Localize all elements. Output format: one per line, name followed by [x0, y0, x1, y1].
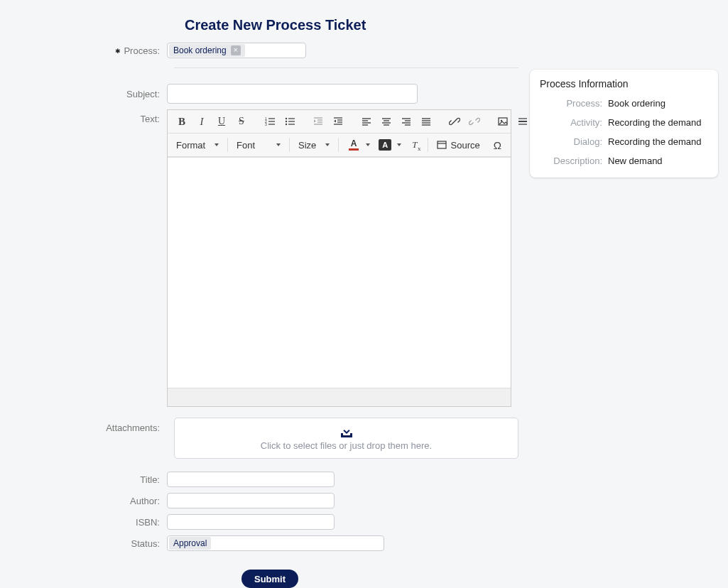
info-activity-value: Recording the demand	[608, 117, 708, 128]
chevron-down-icon	[366, 143, 370, 146]
svg-text:1: 1	[265, 116, 267, 121]
svg-rect-44	[438, 141, 446, 148]
subject-label: Subject:	[0, 89, 167, 99]
link-icon	[449, 116, 460, 127]
submit-label: Submit	[254, 574, 286, 584]
editor-statusbar	[168, 388, 511, 406]
status-select[interactable]: Approval	[167, 535, 384, 551]
info-heading: Process Information	[540, 78, 708, 89]
image-icon	[497, 116, 509, 127]
strike-button[interactable]: S	[233, 113, 250, 130]
chevron-down-icon	[325, 143, 330, 146]
process-chip: Book ordering ×	[169, 44, 245, 57]
title-input[interactable]	[167, 472, 335, 487]
font-label: Font	[237, 140, 255, 151]
text-label: Text:	[0, 109, 167, 124]
format-dropdown[interactable]: Format	[172, 136, 223, 153]
author-label: Author:	[0, 496, 167, 506]
status-chip-label: Approval	[173, 538, 207, 548]
chevron-down-icon	[214, 143, 219, 146]
font-dropdown[interactable]: Font	[232, 136, 285, 153]
underline-button[interactable]: U	[213, 113, 230, 130]
chevron-down-icon	[276, 143, 281, 146]
isbn-label: ISBN:	[0, 517, 167, 528]
size-label: Size	[298, 140, 316, 151]
size-dropdown[interactable]: Size	[294, 136, 334, 153]
align-left-button[interactable]	[358, 113, 375, 130]
submit-button[interactable]: Submit	[241, 570, 298, 588]
svg-marker-16	[314, 120, 316, 123]
info-dialog-label: Dialog:	[540, 136, 608, 147]
info-description-value: New demand	[608, 156, 708, 166]
outdent-icon	[313, 116, 324, 127]
svg-text:2: 2	[265, 119, 267, 124]
subject-input[interactable]	[167, 84, 418, 104]
info-activity-label: Activity:	[540, 117, 608, 128]
horizontal-rule-button[interactable]	[514, 113, 531, 130]
process-ticket-form: Process: Book ordering × Subject: Text: …	[0, 43, 518, 588]
status-label: Status:	[0, 538, 167, 549]
status-chip: Approval	[169, 537, 211, 550]
info-process-label: Process:	[540, 98, 608, 109]
process-chip-label: Book ordering	[173, 45, 227, 55]
info-dialog-value: Recording the demand	[608, 136, 708, 147]
process-select[interactable]: Book ordering ×	[167, 43, 306, 58]
link-button[interactable]	[446, 113, 463, 130]
rich-text-editor: B I U S 123	[167, 109, 511, 407]
dropzone-hint: Click to select files or just drop them …	[261, 440, 432, 451]
align-center-icon	[381, 116, 392, 127]
align-right-button[interactable]	[398, 113, 415, 130]
unordered-list-icon	[284, 116, 295, 127]
align-center-button[interactable]	[378, 113, 395, 130]
source-label: Source	[451, 140, 480, 151]
svg-point-40	[501, 120, 502, 121]
image-button[interactable]	[494, 113, 511, 130]
align-justify-icon	[420, 116, 432, 127]
remove-format-button[interactable]: Tx	[407, 136, 422, 153]
attachments-label: Attachments:	[0, 423, 167, 433]
unlink-icon	[469, 116, 480, 127]
process-information-card: Process Information Process: Book orderi…	[530, 70, 718, 178]
italic-button[interactable]: I	[193, 113, 210, 130]
ordered-list-button[interactable]: 123	[261, 113, 278, 130]
info-description-label: Description:	[540, 156, 608, 166]
page-title: Create New Process Ticket	[185, 17, 366, 33]
unlink-button[interactable]	[466, 113, 483, 130]
svg-rect-39	[499, 118, 507, 125]
chevron-down-icon	[397, 143, 401, 146]
align-right-icon	[401, 116, 412, 127]
svg-line-38	[453, 120, 456, 123]
unordered-list-button[interactable]	[281, 113, 298, 130]
text-color-button[interactable]: A	[343, 136, 374, 153]
indent-icon	[332, 116, 344, 127]
svg-point-11	[286, 124, 287, 125]
divider	[174, 67, 518, 68]
source-button[interactable]: Source	[451, 136, 484, 153]
hr-icon	[517, 116, 528, 127]
isbn-input[interactable]	[167, 514, 335, 530]
format-label: Format	[176, 140, 205, 151]
svg-point-9	[286, 118, 287, 119]
remove-chip-icon[interactable]: ×	[231, 45, 241, 55]
info-process-value: Book ordering	[608, 98, 708, 109]
bg-color-button[interactable]: A	[374, 136, 406, 153]
indent-button[interactable]	[330, 113, 347, 130]
editor-textarea[interactable]	[168, 157, 511, 388]
svg-point-10	[286, 121, 287, 122]
bold-button[interactable]: B	[173, 113, 190, 130]
align-left-icon	[361, 116, 372, 127]
align-justify-button[interactable]	[418, 113, 435, 130]
author-input[interactable]	[167, 493, 335, 508]
svg-rect-48	[350, 433, 352, 436]
attachments-dropzone[interactable]: Click to select files or just drop them …	[174, 418, 518, 459]
svg-text:3: 3	[265, 122, 267, 126]
source-toggle-icon[interactable]	[434, 136, 449, 153]
outdent-button[interactable]	[310, 113, 327, 130]
download-icon	[339, 426, 354, 439]
title-label: Title:	[0, 474, 167, 485]
svg-rect-47	[341, 433, 343, 436]
svg-marker-21	[334, 120, 336, 123]
process-label: Process:	[57, 45, 167, 56]
special-char-button[interactable]: Ω	[490, 136, 505, 153]
source-icon	[436, 139, 447, 151]
